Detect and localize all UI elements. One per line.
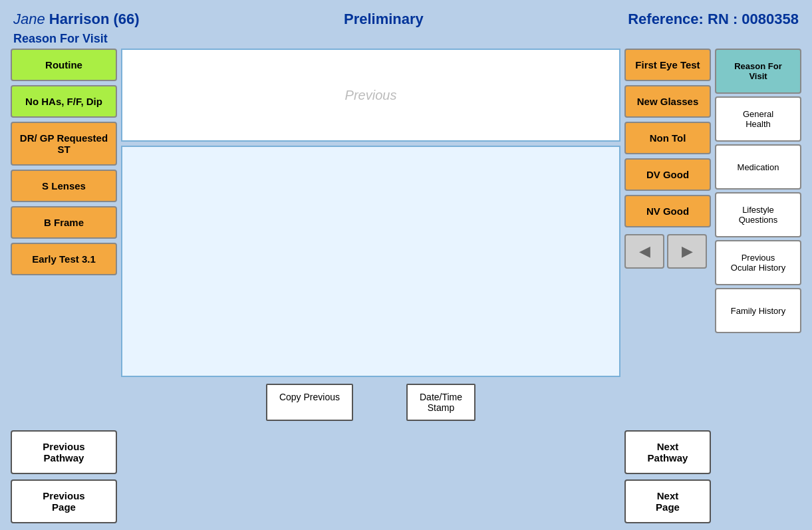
sidebar-previous-ocular-history[interactable]: Previous Ocular History [715,240,801,285]
right-arrow-icon: ▶ [682,243,693,260]
previous-text-area[interactable]: Previous [121,49,620,142]
bottom-center-spacer [121,430,620,523]
next-arrow-button[interactable]: ▶ [667,234,707,269]
next-page-button[interactable]: Next Page [624,479,711,523]
previous-pathway-button[interactable]: Previous Pathway [11,430,117,474]
sidebar-medication[interactable]: Medication [715,144,801,190]
btn-nv-good[interactable]: NV Good [624,195,711,227]
prev-arrow-button[interactable]: ◀ [624,234,664,269]
btn-early-test[interactable]: Early Test 3.1 [11,243,117,275]
section-title: Reason For Visit [7,31,805,49]
btn-b-frame[interactable]: B Frame [11,206,117,239]
left-arrow-icon: ◀ [639,243,650,260]
left-column: Routine No HAs, F/F, Dip DR/ GP Requeste… [11,49,117,424]
next-pathway-button[interactable]: Next Pathway [624,430,711,474]
right-sidebar: Reason For Visit General Health Medicati… [715,49,801,424]
previous-page-button[interactable]: Previous Page [11,479,117,523]
datetime-stamp-button[interactable]: Date/Time Stamp [406,384,475,421]
bottom-left-nav: Previous Pathway Previous Page [11,430,117,523]
main-layout: Routine No HAs, F/F, Dip DR/ GP Requeste… [7,49,805,424]
header: Jane Harrison (66) Preliminary Reference… [7,7,805,31]
bottom-right-nav: Next Pathway Next Page [624,430,711,523]
reference-number: Reference: RN : 0080358 [628,11,799,28]
sidebar-lifestyle-questions[interactable]: Lifestyle Questions [715,192,801,237]
center-column: Previous Copy Previous Date/Time Stamp [121,49,620,424]
patient-name: Jane Harrison (66) [13,11,140,28]
page-title: Preliminary [344,11,424,28]
notes-text-area[interactable] [121,146,620,377]
sidebar-family-history[interactable]: Family History [715,288,801,333]
bottom-sidebar-spacer [715,430,801,523]
sidebar-general-health[interactable]: General Health [715,96,801,142]
btn-dv-good[interactable]: DV Good [624,158,711,191]
btn-new-glasses[interactable]: New Glasses [624,85,711,118]
btn-no-has[interactable]: No HAs, F/F, Dip [11,85,117,118]
btn-s-lenses[interactable]: S Lenses [11,170,117,202]
center-buttons: Copy Previous Date/Time Stamp [121,381,620,424]
btn-first-eye-test[interactable]: First Eye Test [624,49,711,81]
btn-dr-gp[interactable]: DR/ GP Requested ST [11,122,117,166]
copy-previous-button[interactable]: Copy Previous [266,384,353,421]
sidebar-reason-for-visit[interactable]: Reason For Visit [715,49,801,94]
btn-non-tol[interactable]: Non Tol [624,122,711,154]
mid-right-column: First Eye Test New Glasses Non Tol DV Go… [624,49,711,424]
btn-routine[interactable]: Routine [11,49,117,81]
arrow-row: ◀ ▶ [624,234,711,269]
